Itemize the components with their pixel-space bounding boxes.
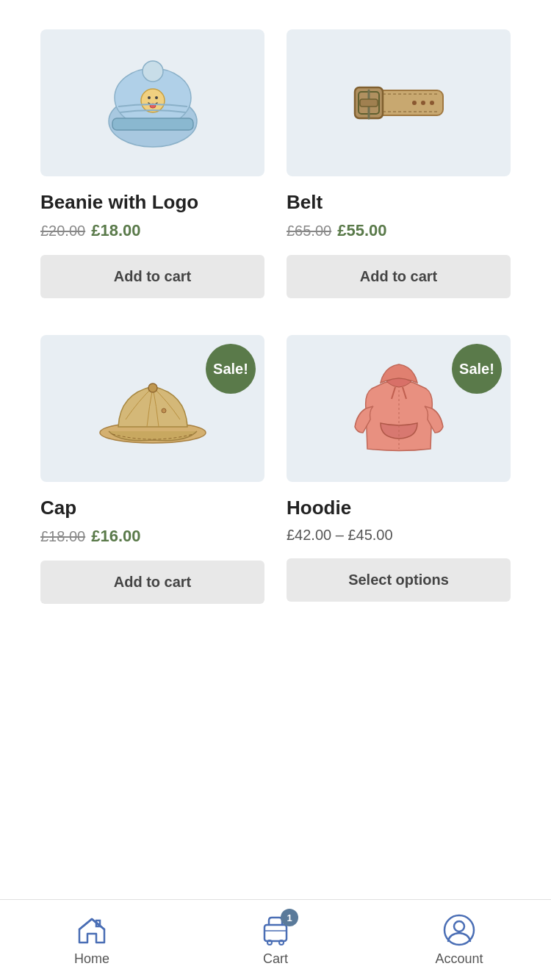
product-hoodie: Sale! Hoodie	[276, 320, 522, 626]
product-cap-image: Sale!	[40, 335, 264, 482]
cap-price-sale: £16.00	[91, 527, 140, 546]
svg-point-18	[162, 408, 166, 413]
cap-price-original: £18.00	[40, 528, 85, 545]
svg-point-3	[143, 61, 163, 82]
cap-price: £18.00 £16.00	[40, 527, 264, 546]
account-icon	[442, 913, 476, 947]
cap-add-to-cart-button[interactable]: Add to cart	[40, 561, 264, 604]
nav-home[interactable]: Home	[0, 913, 184, 967]
svg-point-24	[267, 940, 272, 945]
cap-name: Cap	[40, 497, 264, 519]
cap-sale-badge: Sale!	[206, 344, 256, 394]
products-grid: Beanie with Logo £20.00 £18.00 Add to ca…	[0, 15, 551, 714]
svg-point-25	[279, 940, 284, 945]
nav-account[interactable]: Account	[367, 913, 551, 967]
belt-illustration	[344, 48, 454, 158]
belt-price-sale: £55.00	[337, 221, 386, 240]
cart-nav-label: Cart	[263, 951, 288, 967]
svg-point-6	[155, 96, 158, 99]
svg-rect-2	[112, 118, 193, 130]
hoodie-select-options-button[interactable]: Select options	[287, 558, 511, 602]
beanie-price-sale: £18.00	[91, 221, 140, 240]
home-icon	[75, 913, 109, 947]
account-nav-label: Account	[435, 951, 483, 967]
svg-point-9	[421, 101, 425, 105]
svg-rect-23	[264, 925, 287, 941]
beanie-name: Beanie with Logo	[40, 191, 264, 214]
hoodie-name: Hoodie	[287, 497, 511, 519]
beanie-add-to-cart-button[interactable]: Add to cart	[40, 255, 264, 298]
bottom-nav: Home 1 Cart Acco	[0, 899, 551, 980]
svg-point-10	[430, 101, 434, 105]
product-belt: Belt £65.00 £55.00 Add to cart	[276, 15, 522, 320]
svg-point-28	[454, 921, 464, 932]
home-nav-label: Home	[74, 951, 109, 967]
beanie-price-original: £20.00	[40, 223, 85, 239]
product-beanie-image	[40, 29, 264, 176]
belt-name: Belt	[287, 191, 511, 214]
hoodie-sale-badge: Sale!	[452, 344, 502, 394]
beanie-illustration	[98, 48, 208, 158]
svg-point-4	[141, 89, 165, 112]
svg-point-5	[148, 96, 151, 99]
cart-badge: 1	[281, 909, 298, 926]
beanie-price: £20.00 £18.00	[40, 221, 264, 240]
product-beanie: Beanie with Logo £20.00 £18.00 Add to ca…	[29, 15, 276, 320]
svg-rect-15	[360, 99, 378, 107]
nav-cart[interactable]: 1 Cart	[184, 913, 367, 967]
hoodie-price: £42.00 – £45.00	[287, 527, 511, 544]
belt-add-to-cart-button[interactable]: Add to cart	[287, 255, 511, 298]
product-belt-image	[287, 29, 511, 176]
cap-illustration	[98, 353, 208, 464]
product-hoodie-image: Sale!	[287, 335, 511, 482]
svg-point-11	[412, 101, 417, 105]
hoodie-price-range: £42.00 – £45.00	[287, 527, 393, 544]
svg-point-17	[148, 383, 157, 392]
belt-price-original: £65.00	[287, 223, 331, 239]
hoodie-illustration	[344, 353, 454, 464]
cart-icon: 1	[259, 913, 292, 947]
belt-price: £65.00 £55.00	[287, 221, 511, 240]
product-cap: Sale! Cap £18.0	[29, 320, 276, 626]
